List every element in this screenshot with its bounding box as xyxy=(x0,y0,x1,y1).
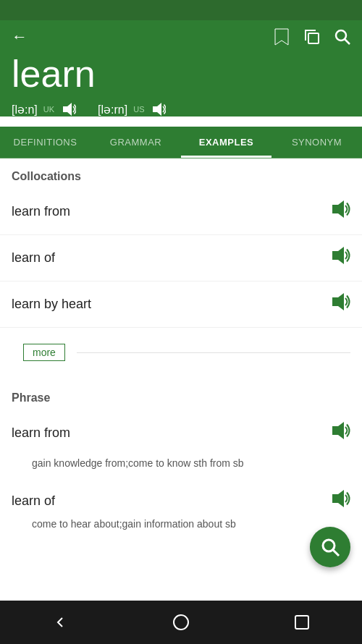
pronunciation-uk: [lə:n] UK xyxy=(12,102,76,116)
svg-marker-4 xyxy=(153,103,161,116)
sound-learn-by-heart-button[interactable] xyxy=(330,292,350,317)
status-bar xyxy=(0,0,362,20)
sound-phrase-learn-from-button[interactable] xyxy=(330,420,350,446)
header-top: ← xyxy=(12,27,350,46)
sound-learn-of-button[interactable] xyxy=(330,245,350,271)
svg-marker-8 xyxy=(332,422,344,439)
more-button[interactable]: more xyxy=(23,344,65,361)
phrase-description-0: gain knowledge from;come to know sth fro… xyxy=(0,456,362,478)
pron-region-uk: UK xyxy=(43,105,54,114)
bookmark-button[interactable] xyxy=(274,27,290,46)
collocation-item-learn-of: learn of xyxy=(0,235,362,281)
sound-phrase-learn-of-button[interactable] xyxy=(330,488,350,514)
svg-point-1 xyxy=(336,30,346,41)
svg-point-10 xyxy=(323,540,334,551)
phrase-description-1: come to hear about;gain information abou… xyxy=(0,517,362,542)
svg-marker-5 xyxy=(332,200,344,218)
nav-home-button[interactable] xyxy=(172,614,190,631)
svg-rect-13 xyxy=(295,616,308,629)
collocations-header: Collocations xyxy=(0,158,362,189)
phrase-text-1: learn of xyxy=(12,493,55,509)
svg-marker-3 xyxy=(63,103,72,116)
svg-rect-0 xyxy=(308,33,319,43)
phrase-item-learn-of: learn of xyxy=(0,478,362,517)
back-button[interactable]: ← xyxy=(12,27,28,46)
copy-button[interactable] xyxy=(304,29,320,45)
nav-back-button[interactable] xyxy=(51,614,69,631)
phrase-item-learn-from: learn from xyxy=(0,410,362,456)
collocation-text-2: learn by heart xyxy=(12,297,91,312)
tab-synonym[interactable]: SYNONYM xyxy=(272,127,362,158)
tab-bar: DEFINITIONS GRAMMAR EXAMPLES SYNONYM xyxy=(0,127,362,158)
collocation-item-learn-from: learn from xyxy=(0,189,362,235)
phrase-text-0: learn from xyxy=(12,425,70,441)
pron-region-us: US xyxy=(133,105,144,114)
collocation-text-1: learn of xyxy=(12,250,55,266)
sound-us-button[interactable] xyxy=(151,102,166,116)
phrase-section: Phrase learn from gain knowledge from;co… xyxy=(0,377,362,542)
pronunciation-us: [lə:rn] US xyxy=(98,102,166,116)
svg-line-11 xyxy=(333,550,339,556)
header-actions xyxy=(274,27,350,46)
tab-grammar[interactable]: GRAMMAR xyxy=(90,127,181,158)
nav-bar xyxy=(0,601,362,644)
collocation-item-learn-by-heart: learn by heart xyxy=(0,281,362,328)
tab-examples[interactable]: EXAMPLES xyxy=(181,127,272,158)
sound-uk-button[interactable] xyxy=(62,102,76,116)
fab-search-button[interactable] xyxy=(310,527,350,567)
pronunciations: [lə:n] UK [lə:rn] US xyxy=(12,102,350,116)
phrase-header: Phrase xyxy=(0,380,362,410)
sound-learn-from-button[interactable] xyxy=(330,199,350,224)
nav-recent-button[interactable] xyxy=(293,614,311,631)
svg-line-2 xyxy=(345,39,350,44)
pron-text-us: [lə:rn] xyxy=(98,103,127,116)
word-title: learn xyxy=(12,54,350,95)
content-area: Collocations learn from learn of learn b… xyxy=(0,158,362,571)
search-button[interactable] xyxy=(334,29,350,45)
header: ← learn [lə:n xyxy=(0,20,362,116)
svg-marker-6 xyxy=(332,247,344,264)
svg-marker-9 xyxy=(332,490,344,507)
svg-marker-7 xyxy=(332,293,344,310)
svg-point-12 xyxy=(174,615,188,630)
tab-definitions[interactable]: DEFINITIONS xyxy=(0,127,90,158)
pron-text-uk: [lə:n] xyxy=(12,103,38,116)
collocation-text-0: learn from xyxy=(12,204,70,219)
